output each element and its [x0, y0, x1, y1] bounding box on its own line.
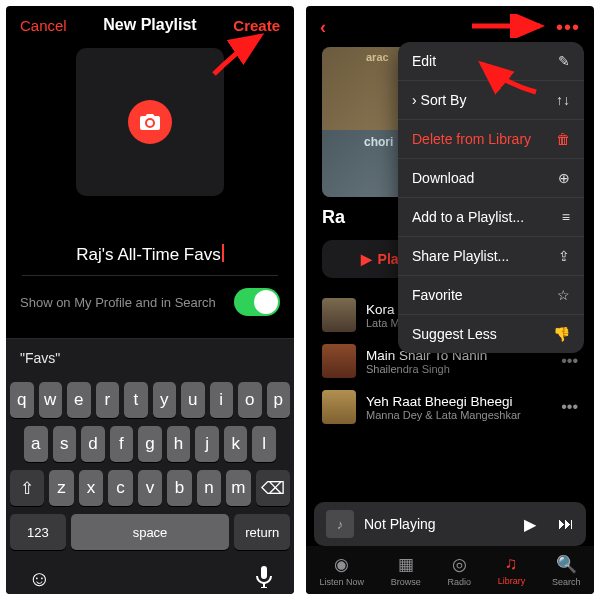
- key-shift[interactable]: ⇧: [10, 470, 44, 506]
- key-o[interactable]: o: [238, 382, 262, 418]
- nav-bar: Cancel New Playlist Create: [6, 6, 294, 42]
- emoji-key[interactable]: ☺: [28, 566, 50, 592]
- menu-item-icon: ↑↓: [556, 92, 570, 108]
- key-backspace[interactable]: ⌫: [256, 470, 290, 506]
- song-artwork: [322, 344, 356, 378]
- menu-item-label: Favorite: [412, 287, 463, 303]
- playlist-detail-screen: ‹ ••• arac chori Ra ▶Play ⤨Shuffle Kora …: [306, 6, 594, 594]
- menu-item-label: Delete from Library: [412, 131, 531, 147]
- playlist-name-input[interactable]: Raj's All-Time Favs: [76, 244, 223, 265]
- menu-item-icon: 👎: [553, 326, 570, 342]
- key-n[interactable]: n: [197, 470, 221, 506]
- keyboard: qwertyuiop asdfghjkl ⇧zxcvbnm⌫ 123 space…: [6, 376, 294, 594]
- key-p[interactable]: p: [267, 382, 291, 418]
- key-e[interactable]: e: [67, 382, 91, 418]
- menu-item-label: › Sort By: [412, 92, 466, 108]
- profile-toggle-label: Show on My Profile and in Search: [20, 295, 216, 310]
- key-k[interactable]: k: [224, 426, 248, 462]
- menu-item-share-playlist[interactable]: Share Playlist...⇪: [398, 237, 584, 276]
- key-h[interactable]: h: [167, 426, 191, 462]
- camera-icon: [140, 114, 160, 130]
- menu-item-download[interactable]: Download⊕: [398, 159, 584, 198]
- key-g[interactable]: g: [138, 426, 162, 462]
- key-b[interactable]: b: [167, 470, 191, 506]
- key-123[interactable]: 123: [10, 514, 66, 550]
- mic-key[interactable]: [256, 566, 272, 592]
- key-z[interactable]: z: [49, 470, 73, 506]
- key-r[interactable]: r: [96, 382, 120, 418]
- menu-item-label: Edit: [412, 53, 436, 69]
- menu-item-add-to-a-playlist[interactable]: Add to a Playlist...≡: [398, 198, 584, 237]
- now-playing-bar[interactable]: ♪ Not Playing ▶ ⏭: [314, 502, 586, 546]
- menu-item-label: Suggest Less: [412, 326, 497, 342]
- key-y[interactable]: y: [153, 382, 177, 418]
- now-playing-title: Not Playing: [364, 516, 514, 532]
- song-title: Yeh Raat Bheegi Bheegi: [366, 394, 551, 409]
- now-playing-artwork: ♪: [326, 510, 354, 538]
- song-artwork: [322, 390, 356, 424]
- key-l[interactable]: l: [252, 426, 276, 462]
- library-icon: ♫: [505, 554, 518, 574]
- key-q[interactable]: q: [10, 382, 34, 418]
- song-more-button[interactable]: •••: [561, 398, 578, 416]
- profile-toggle[interactable]: [234, 288, 280, 316]
- menu-item-favorite[interactable]: Favorite☆: [398, 276, 584, 315]
- menu-item-sort-by[interactable]: › Sort By↑↓: [398, 81, 584, 120]
- nav-bar: ‹ •••: [306, 6, 594, 43]
- create-button[interactable]: Create: [233, 17, 280, 34]
- key-j[interactable]: j: [195, 426, 219, 462]
- menu-item-label: Share Playlist...: [412, 248, 509, 264]
- key-w[interactable]: w: [39, 382, 63, 418]
- menu-item-suggest-less[interactable]: Suggest Less👎: [398, 315, 584, 353]
- context-menu: Edit✎› Sort By↑↓Delete from Library🗑Down…: [398, 42, 584, 353]
- search-icon: 🔍: [556, 554, 577, 575]
- song-artwork: [322, 298, 356, 332]
- key-s[interactable]: s: [53, 426, 77, 462]
- menu-item-edit[interactable]: Edit✎: [398, 42, 584, 81]
- key-v[interactable]: v: [138, 470, 162, 506]
- tab-library[interactable]: ♫Library: [498, 554, 526, 586]
- back-button[interactable]: ‹: [320, 17, 326, 38]
- menu-item-delete-from-library[interactable]: Delete from Library🗑: [398, 120, 584, 159]
- key-m[interactable]: m: [226, 470, 250, 506]
- menu-item-icon: ⇪: [558, 248, 570, 264]
- key-a[interactable]: a: [24, 426, 48, 462]
- menu-item-icon: ☆: [557, 287, 570, 303]
- camera-button[interactable]: [128, 100, 172, 144]
- new-playlist-screen: Cancel New Playlist Create Raj's All-Tim…: [6, 6, 294, 594]
- key-i[interactable]: i: [210, 382, 234, 418]
- song-more-button[interactable]: •••: [561, 352, 578, 370]
- menu-item-label: Download: [412, 170, 474, 186]
- radio-icon: ◎: [452, 554, 467, 575]
- play-circle-icon: ◉: [334, 554, 349, 575]
- key-space[interactable]: space: [71, 514, 230, 550]
- grid-icon: ▦: [398, 554, 414, 575]
- key-c[interactable]: c: [108, 470, 132, 506]
- menu-item-icon: ≡: [562, 209, 570, 225]
- key-f[interactable]: f: [110, 426, 134, 462]
- album-cover-text-top: arac: [366, 51, 389, 63]
- tab-radio[interactable]: ◎Radio: [447, 554, 471, 587]
- tab-bar: ◉Listen Now ▦Browse ◎Radio ♫Library 🔍Sea…: [306, 546, 594, 594]
- keyboard-suggestion-bar[interactable]: "Favs": [6, 338, 294, 376]
- nav-title: New Playlist: [103, 16, 196, 34]
- song-row[interactable]: Yeh Raat Bheegi BheegiManna Dey & Lata M…: [306, 384, 594, 430]
- play-icon[interactable]: ▶: [524, 515, 536, 534]
- album-cover-text-bottom: chori: [364, 135, 393, 149]
- cancel-button[interactable]: Cancel: [20, 17, 67, 34]
- forward-icon[interactable]: ⏭: [558, 515, 574, 533]
- key-d[interactable]: d: [81, 426, 105, 462]
- key-x[interactable]: x: [79, 470, 103, 506]
- play-icon: ▶: [361, 251, 372, 267]
- key-return[interactable]: return: [234, 514, 290, 550]
- tab-listen-now[interactable]: ◉Listen Now: [319, 554, 364, 587]
- more-button[interactable]: •••: [556, 16, 580, 39]
- key-t[interactable]: t: [124, 382, 148, 418]
- key-u[interactable]: u: [181, 382, 205, 418]
- menu-item-icon: ✎: [558, 53, 570, 69]
- playlist-cover-placeholder[interactable]: [76, 48, 224, 196]
- tab-search[interactable]: 🔍Search: [552, 554, 581, 587]
- song-artist: Manna Dey & Lata Mangeshkar: [366, 409, 551, 421]
- tab-browse[interactable]: ▦Browse: [391, 554, 421, 587]
- menu-item-icon: 🗑: [556, 131, 570, 147]
